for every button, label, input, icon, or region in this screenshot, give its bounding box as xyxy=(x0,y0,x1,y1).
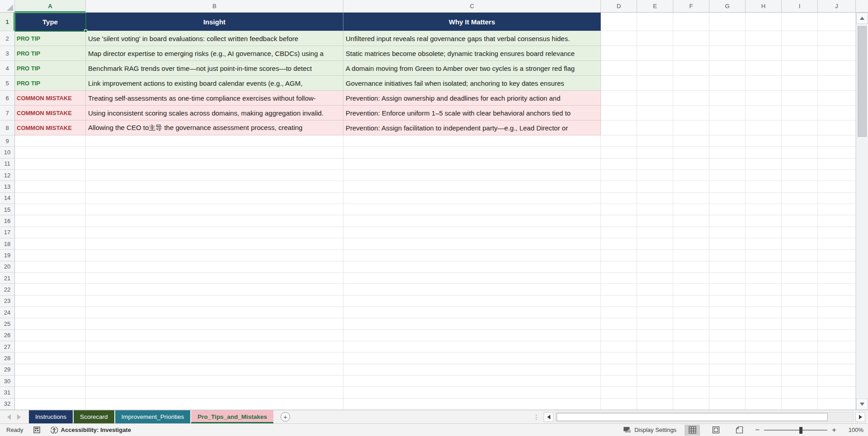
cell-A18[interactable] xyxy=(15,238,86,250)
cell-A9[interactable] xyxy=(15,135,86,147)
cell-J14[interactable] xyxy=(818,193,856,204)
cell-E20[interactable] xyxy=(637,261,673,273)
cell-C1[interactable]: Why It Matters xyxy=(343,13,601,31)
cell-E29[interactable] xyxy=(637,364,673,376)
cell-A31[interactable] xyxy=(15,387,86,398)
sheet-tab-pro_tips_and_mistakes[interactable]: Pro_Tips_and_Mistakes xyxy=(191,410,273,423)
cell-H32[interactable] xyxy=(746,399,782,410)
zoom-slider-thumb[interactable] xyxy=(799,427,802,434)
cell-A1[interactable]: Type xyxy=(15,13,86,31)
next-sheet-arrow-icon[interactable] xyxy=(17,414,21,420)
cell-D24[interactable] xyxy=(601,307,637,318)
cell-I2[interactable] xyxy=(782,31,818,46)
new-sheet-button[interactable]: + xyxy=(281,412,290,422)
row-header-6[interactable]: 6 xyxy=(0,91,14,106)
cell-I25[interactable] xyxy=(782,318,818,329)
cell-H8[interactable] xyxy=(746,121,782,135)
cell-J13[interactable] xyxy=(818,181,856,192)
cell-G19[interactable] xyxy=(709,250,746,261)
cell-J16[interactable] xyxy=(818,215,856,227)
cell-E23[interactable] xyxy=(637,296,673,307)
cell-D30[interactable] xyxy=(601,376,637,387)
row-header-25[interactable]: 25 xyxy=(0,318,14,329)
row-header-27[interactable]: 27 xyxy=(0,341,14,353)
column-header-I[interactable]: I xyxy=(782,0,818,12)
cell-A29[interactable] xyxy=(15,364,86,376)
cell-I17[interactable] xyxy=(782,227,818,238)
cell-B15[interactable] xyxy=(86,204,343,215)
normal-view-button[interactable] xyxy=(685,425,700,436)
cell-E18[interactable] xyxy=(637,238,673,250)
cell-I21[interactable] xyxy=(782,273,818,284)
cell-B11[interactable] xyxy=(86,158,343,170)
cell-J15[interactable] xyxy=(818,204,856,215)
cell-G27[interactable] xyxy=(709,341,746,353)
cell-D4[interactable] xyxy=(601,61,637,76)
cell-G23[interactable] xyxy=(709,296,746,307)
row-header-24[interactable]: 24 xyxy=(0,307,14,318)
cell-F16[interactable] xyxy=(673,215,709,227)
cell-B12[interactable] xyxy=(86,170,343,181)
cell-G15[interactable] xyxy=(709,204,746,215)
cell-H28[interactable] xyxy=(746,353,782,364)
cell-G25[interactable] xyxy=(709,318,746,329)
cell-E25[interactable] xyxy=(637,318,673,329)
cell-F27[interactable] xyxy=(673,341,709,353)
cell-B24[interactable] xyxy=(86,307,343,318)
cell-E31[interactable] xyxy=(637,387,673,398)
row-header-23[interactable]: 23 xyxy=(0,296,14,307)
cell-B6[interactable]: Treating self-assessments as one-time co… xyxy=(86,91,343,106)
cell-G7[interactable] xyxy=(709,106,746,121)
cell-E32[interactable] xyxy=(637,399,673,410)
cell-A10[interactable] xyxy=(15,147,86,158)
cell-D7[interactable] xyxy=(601,106,637,121)
cell-C24[interactable] xyxy=(343,307,601,318)
cell-H19[interactable] xyxy=(746,250,782,261)
cell-G18[interactable] xyxy=(709,238,746,250)
cell-F30[interactable] xyxy=(673,376,709,387)
cell-E27[interactable] xyxy=(637,341,673,353)
cell-C31[interactable] xyxy=(343,387,601,398)
cell-D10[interactable] xyxy=(601,147,637,158)
cell-B25[interactable] xyxy=(86,318,343,329)
row-header-12[interactable]: 12 xyxy=(0,170,14,181)
horizontal-scroll-track[interactable] xyxy=(555,412,854,422)
cell-B14[interactable] xyxy=(86,193,343,204)
column-header-B[interactable]: B xyxy=(86,0,343,12)
cell-F8[interactable] xyxy=(673,121,709,135)
row-header-28[interactable]: 28 xyxy=(0,353,14,364)
cell-C16[interactable] xyxy=(343,215,601,227)
cell-A21[interactable] xyxy=(15,273,86,284)
column-header-A[interactable]: A xyxy=(15,0,86,12)
cell-I6[interactable] xyxy=(782,91,818,106)
cell-B8[interactable]: Allowing the CEO to主导 the governance ass… xyxy=(86,121,343,135)
cell-J12[interactable] xyxy=(818,170,856,181)
cell-B20[interactable] xyxy=(86,261,343,273)
cell-C4[interactable]: A domain moving from Green to Amber over… xyxy=(343,61,601,76)
cell-I22[interactable] xyxy=(782,284,818,295)
cell-I28[interactable] xyxy=(782,353,818,364)
cell-B3[interactable]: Map director expertise to emerging risks… xyxy=(86,46,343,61)
cell-J9[interactable] xyxy=(818,135,856,147)
cell-H20[interactable] xyxy=(746,261,782,273)
cell-B27[interactable] xyxy=(86,341,343,353)
sheet-tab-improvement_priorities[interactable]: Improvement_Priorities xyxy=(115,410,191,423)
cell-I13[interactable] xyxy=(782,181,818,192)
cell-H29[interactable] xyxy=(746,364,782,376)
cell-A5[interactable]: PRO TIP xyxy=(15,76,86,91)
cell-F7[interactable] xyxy=(673,106,709,121)
cell-D31[interactable] xyxy=(601,387,637,398)
cell-D21[interactable] xyxy=(601,273,637,284)
cell-E5[interactable] xyxy=(637,76,673,91)
row-header-3[interactable]: 3 xyxy=(0,46,14,61)
cell-J5[interactable] xyxy=(818,76,856,91)
cell-E2[interactable] xyxy=(637,31,673,46)
cell-J29[interactable] xyxy=(818,364,856,376)
cell-G8[interactable] xyxy=(709,121,746,135)
zoom-out-button[interactable]: − xyxy=(755,426,760,435)
cell-C26[interactable] xyxy=(343,330,601,341)
cell-F12[interactable] xyxy=(673,170,709,181)
cell-F28[interactable] xyxy=(673,353,709,364)
cell-D16[interactable] xyxy=(601,215,637,227)
cell-E28[interactable] xyxy=(637,353,673,364)
